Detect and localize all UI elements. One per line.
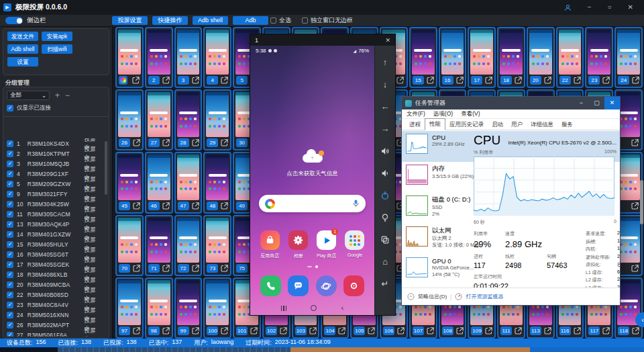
minimize-button[interactable]: − [588,4,592,11]
home-nav-icon[interactable] [311,305,317,311]
open-window-button[interactable] [132,264,141,273]
device-number-button[interactable]: 26 [119,138,130,147]
app-icon[interactable] [288,230,308,250]
device-number-button[interactable]: 22 [559,76,571,85]
settings-button[interactable]: 设置 [7,57,38,67]
grid-cell[interactable]: 73 [203,215,231,276]
open-window-button[interactable] [631,76,640,85]
open-window-button[interactable] [396,76,405,85]
open-window-button[interactable] [514,76,523,85]
open-window-button[interactable] [631,202,639,210]
device-number-button[interactable]: 113 [530,326,541,335]
volume-up-button[interactable] [375,140,395,162]
grid-cell[interactable]: 2 [145,27,173,88]
summary-view-link[interactable]: 简略信息(D) [418,293,447,300]
grid-cell[interactable]: 17 [468,27,496,88]
flashlight-button[interactable] [375,206,395,228]
device-number-button[interactable]: 17 [471,76,482,85]
device-number-button[interactable]: 109 [471,326,482,335]
app-icon[interactable]: 1 [317,230,336,250]
preview-title-bar[interactable]: 1 ✕ [250,34,395,46]
device-number-button[interactable]: 108 [442,326,453,335]
grid-cell[interactable]: 98 [145,277,173,339]
device-number-button[interactable]: 45 [119,202,130,210]
device-checkbox[interactable]: ✓ [7,281,13,288]
sidebar-toggle[interactable] [5,17,23,24]
device-number-button[interactable]: 101 [236,326,248,335]
device-number-button[interactable]: 117 [588,326,600,335]
open-window-button[interactable] [191,76,200,85]
device-number-button[interactable]: 3 [178,76,189,85]
home-app-1[interactable]: 相册 [286,230,310,259]
open-window-button[interactable] [191,138,200,147]
tm-tab-item[interactable]: 服务 [557,120,577,130]
tm-tab-item[interactable]: 进程 [405,120,425,130]
open-window-button[interactable] [455,76,464,85]
grid-cell[interactable]: 46 [145,152,173,213]
device-number-button[interactable]: 107 [413,326,424,335]
open-window-button[interactable] [514,326,523,335]
device-number-button[interactable]: 75 [236,264,248,273]
grid-scrollbar[interactable] [640,180,643,224]
open-window-button[interactable] [426,76,435,85]
open-window-button[interactable] [602,76,610,85]
tm-tab-performance-active[interactable]: 性能 [425,118,445,130]
tm-menu-item[interactable]: 查看(V) [461,110,480,118]
tm-tab-item[interactable]: 应用历史记录 [445,120,488,130]
grid-cell[interactable]: 72 [174,215,203,276]
down-button[interactable]: ↓ [375,73,395,95]
device-number-button[interactable]: 4 [207,76,218,85]
device-number-button[interactable]: 29 [207,138,218,147]
mic-icon[interactable] [352,199,360,208]
device-checkbox[interactable]: ✓ [7,211,13,218]
device-number-button[interactable]: 49 [236,202,248,210]
home-button[interactable]: ⌂ [375,251,395,273]
open-window-button[interactable] [367,326,376,335]
device-list-row[interactable]: ✓27R38M5061F6A投屏中 [3,330,104,337]
device-number-button[interactable]: 106 [383,326,394,335]
open-window-button[interactable] [573,326,582,335]
grid-cell[interactable]: 23 [585,27,613,88]
device-number-button[interactable]: 97 [119,326,130,335]
back-nav-icon[interactable]: ‹ [341,304,343,312]
grid-cell[interactable]: 27 [145,89,173,150]
cast-settings-button[interactable]: 投屏设置 [112,16,148,25]
device-number-button[interactable]: 2 [148,76,160,85]
device-number-button[interactable]: 73 [207,264,218,273]
dock-phone-icon[interactable] [260,275,281,296]
open-window-button[interactable] [220,326,229,335]
open-window-button[interactable] [426,326,435,335]
tm-menu-item[interactable]: 文件(F) [407,110,425,118]
open-window-button[interactable] [250,326,258,335]
device-number-button[interactable]: 111 [500,326,512,335]
device-checkbox[interactable]: ✓ [7,241,13,248]
user-icon[interactable] [564,4,572,11]
grid-cell[interactable]: 18 [497,27,525,88]
open-window-button[interactable] [396,326,405,335]
open-window-button[interactable] [309,326,317,335]
device-number-button[interactable]: 23 [588,76,600,85]
home-app-2[interactable]: 1Play 商店 [315,230,339,259]
tm-tab-item[interactable]: 详细信息 [527,120,557,130]
device-checkbox[interactable]: ✓ [7,181,13,187]
device-number-button[interactable]: 27 [148,138,160,147]
back-button[interactable]: ↵ [375,273,395,295]
device-checkbox[interactable]: ✓ [7,191,13,197]
open-window-button[interactable] [162,326,170,335]
scan-wifi-button[interactable]: 扫描wifi [42,44,72,54]
grid-cell[interactable]: 26 [115,89,144,150]
adb-button[interactable]: Adb [233,16,268,25]
right-button[interactable]: → [375,118,395,140]
device-number-button[interactable]: 16 [442,76,453,85]
tm-title-bar[interactable]: 任务管理器 − ▢ ✕ [402,97,620,109]
device-checkbox[interactable]: ✓ [7,201,13,208]
open-window-button[interactable] [455,326,464,335]
grid-cell[interactable]: 45 [115,152,144,213]
open-window-button[interactable] [220,264,229,273]
device-number-button[interactable]: 118 [618,326,629,335]
device-checkbox[interactable]: ✓ [7,221,13,228]
grid-cell[interactable]: 71 [145,215,173,276]
device-number-button[interactable]: 20 [530,76,541,85]
device-number-button[interactable]: 103 [295,326,307,335]
open-resource-monitor-link[interactable]: 打开资源监视器 [466,293,503,300]
